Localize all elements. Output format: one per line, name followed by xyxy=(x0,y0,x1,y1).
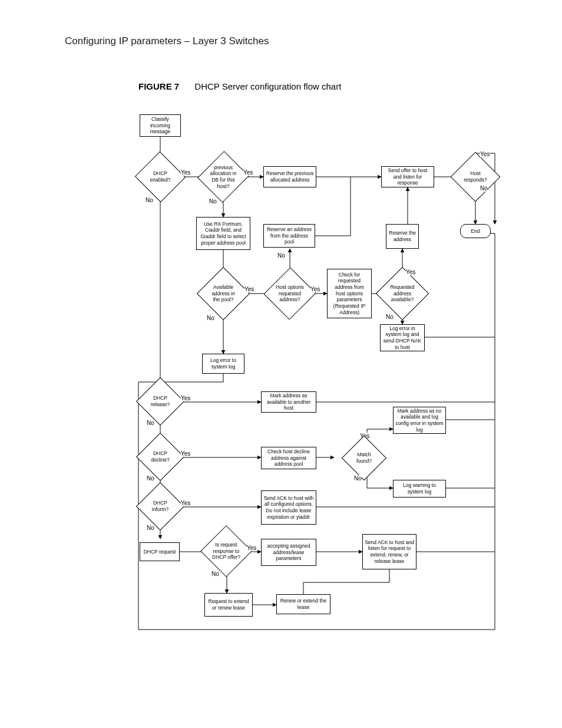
node-dhcp-request: DHCP request xyxy=(140,542,180,561)
node-send-ack-inform: Send ACK to host with all configured opt… xyxy=(261,490,316,525)
node-mark-avail: Mark address as available to another hos… xyxy=(261,391,316,413)
label-yes: Yes xyxy=(310,286,320,292)
label-yes: Yes xyxy=(181,500,190,506)
label-yes: Yes xyxy=(243,169,253,176)
node-dhcp-inform: DHCP inform? xyxy=(143,489,177,523)
label-yes: Yes xyxy=(181,450,190,457)
label-no: No xyxy=(386,314,394,320)
node-end: End xyxy=(460,224,491,238)
flowchart-connectors xyxy=(127,111,504,653)
label-no: No xyxy=(147,420,154,426)
node-dhcp-release: DHCP release? xyxy=(143,384,177,419)
node-reserve-prev: Reserve the previous allocated address xyxy=(263,166,316,187)
figure-caption: FIGURE 7 DHCP Server configuration flow … xyxy=(138,81,341,91)
label-no: No xyxy=(207,315,214,321)
label-yes: Yes xyxy=(480,151,490,157)
node-host-opts: Host options requested address? xyxy=(272,275,308,312)
node-send-ack-listen: Send ACK to host and listen for request … xyxy=(362,534,416,569)
node-send-offer: Send offer to host and listen for respon… xyxy=(381,166,434,187)
node-host-responds: Host responds? xyxy=(458,159,493,195)
node-is-resp: Is request response to DHCP offer? xyxy=(208,533,244,569)
page-header: Configuring IP parameters – Layer 3 Swit… xyxy=(65,35,269,47)
figure-title: DHCP Server configuration flow chart xyxy=(194,81,341,91)
label-yes: Yes xyxy=(406,269,415,275)
node-reserve-pool: Reserve an address from the address pool xyxy=(263,224,315,248)
label-yes: Yes xyxy=(181,395,190,401)
node-avail-pool: Available address in the pool? xyxy=(204,275,242,312)
label-no: No xyxy=(277,252,285,259)
node-log-nak: Log error in system log and send DHCP NA… xyxy=(380,324,425,351)
label-no: No xyxy=(147,475,154,482)
node-dhcp-enabled: DHCP enabled? xyxy=(142,159,178,195)
node-reserve-addr: Reserve the address xyxy=(386,224,419,249)
node-check-decline: Check host decline address against addre… xyxy=(261,447,316,469)
label-yes: Yes xyxy=(181,169,190,176)
label-no: No xyxy=(209,198,217,205)
node-req-avail: Requested address available? xyxy=(384,275,421,312)
node-accepting: accepting assigned address/lease paramet… xyxy=(261,539,316,566)
flowchart: Classify incoming message DHCP enabled? … xyxy=(127,111,504,653)
label-no: No xyxy=(146,197,153,203)
figure-number: FIGURE 7 xyxy=(138,81,179,91)
node-use-rx: Use RX Portnum, Ciaddr field, and Giaddr… xyxy=(196,217,250,250)
node-mark-noavail: Mark address as no available and log con… xyxy=(393,407,446,434)
document-page: Configuring IP parameters – Layer 3 Swit… xyxy=(0,0,562,728)
node-req-extend: Request to extend or renew lease xyxy=(204,593,253,617)
node-check-req: Check for requested address from host op… xyxy=(327,269,372,318)
node-log-warn: Log warning to system log xyxy=(393,480,446,498)
node-classify: Classify incoming message xyxy=(140,114,181,137)
node-dhcp-decline: DHCP decline? xyxy=(143,440,177,474)
node-log-err: Log error to system log xyxy=(202,354,244,374)
label-yes: Yes xyxy=(244,286,254,292)
label-yes: Yes xyxy=(247,545,256,551)
label-no: No xyxy=(354,475,362,482)
node-renew-extend: Renew or extend the lease xyxy=(276,594,330,614)
node-match-found: Match found? xyxy=(348,442,380,474)
label-no: No xyxy=(147,525,154,531)
label-no: No xyxy=(480,185,488,192)
label-no: No xyxy=(211,571,219,577)
node-prev-alloc: previous allocation in DB for this host? xyxy=(206,158,241,196)
